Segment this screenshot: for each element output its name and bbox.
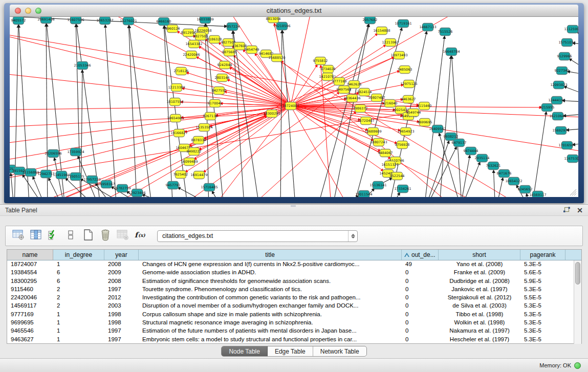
graph-node[interactable]: 7625402 <box>173 171 188 179</box>
graph-node[interactable]: 9242844 <box>217 61 232 69</box>
graph-node[interactable]: 9245652 <box>518 186 533 193</box>
tab-network-table[interactable]: Network Table <box>313 346 366 356</box>
graph-node[interactable]: 9756928 <box>395 141 410 149</box>
cell-in_degree[interactable]: 1 <box>53 260 104 269</box>
graph-node[interactable]: 14569117 <box>529 191 546 198</box>
cell-out_degree[interactable]: 0 <box>402 302 439 310</box>
cell-title[interactable]: Changes of HCN gene expression and I(f) … <box>139 260 402 269</box>
cell-short[interactable]: Wolkin et al. (1998) <box>439 319 520 327</box>
column-header-title[interactable]: title <box>139 250 402 260</box>
graph-node[interactable]: 19654923 <box>397 128 414 136</box>
table-scrollbar[interactable] <box>574 260 581 344</box>
cell-short[interactable]: Tibbo et al. (1998) <box>439 311 520 319</box>
graph-node[interactable]: 16033809 <box>197 17 213 24</box>
graph-node[interactable]: 10654122 <box>505 178 522 185</box>
graph-node[interactable]: 6466160 <box>157 18 171 26</box>
cell-year[interactable]: 2012 <box>104 294 139 302</box>
cell-year[interactable]: 2003 <box>104 302 139 310</box>
column-header-out_degree[interactable]: out_de... <box>402 250 439 260</box>
graph-node[interactable]: 10719161 <box>395 20 411 28</box>
cell-short[interactable]: Jankovic et al. (1997) <box>439 286 520 294</box>
cell-in_degree[interactable]: 6 <box>53 269 104 277</box>
zoom-button[interactable] <box>35 8 41 14</box>
graph-node[interactable]: 15136141 <box>369 182 386 189</box>
graph-node[interactable]: 12444190 <box>548 97 565 104</box>
graph-node[interactable]: 9498222 <box>187 148 202 156</box>
graph-node[interactable]: 9522544 <box>390 172 405 180</box>
close-button[interactable] <box>15 8 21 14</box>
graph-node[interactable]: 15751074 <box>558 39 575 47</box>
cell-title[interactable]: Tourette syndrome. Phenomenology and cla… <box>139 286 402 294</box>
cell-out_degree[interactable]: 0 <box>402 319 439 327</box>
cell-title[interactable]: Genome-wide association studies in ADHD. <box>139 269 402 277</box>
graph-node[interactable]: 8878334 <box>191 137 206 144</box>
citation-edge-black[interactable] <box>388 192 400 197</box>
graph-node[interactable]: 9960124 <box>165 25 180 33</box>
graph-node[interactable]: 12213967 <box>382 39 399 47</box>
cell-short[interactable]: Nakamura et al. (1997) <box>439 327 520 335</box>
cell-title[interactable]: Estimation of significance thresholds fo… <box>139 277 402 286</box>
graph-node[interactable]: 8471676 <box>497 170 512 178</box>
table-row[interactable]: 1456911722003Disruption of a novel membe… <box>7 302 581 310</box>
citation-edge-red[interactable] <box>10 106 291 110</box>
network-canvas[interactable]: 9405572206914061160759610653287152760216… <box>10 17 578 197</box>
citation-edge-black[interactable] <box>105 25 117 197</box>
cell-pagerank[interactable]: 5.3E-5 <box>520 327 565 335</box>
table-scrollbar-thumb[interactable] <box>575 262 580 285</box>
cell-year[interactable]: 1997 <box>104 286 139 294</box>
cell-out_degree[interactable]: 0 <box>402 336 439 344</box>
cell-out_degree[interactable]: 49 <box>402 260 439 269</box>
graph-node[interactable]: 9170041 <box>208 100 223 107</box>
citation-edge-red[interactable] <box>212 106 291 197</box>
cell-name[interactable]: 9463627 <box>7 336 53 344</box>
function-builder-button[interactable]: f(x) <box>133 228 148 244</box>
citation-edge-black[interactable] <box>563 86 578 97</box>
cell-year[interactable]: 1998 <box>104 319 139 327</box>
graph-node[interactable]: 11125996 <box>564 26 578 33</box>
cell-name[interactable]: 9465546 <box>7 327 53 335</box>
cell-year[interactable]: 2008 <box>104 260 139 269</box>
graph-node[interactable]: 6479137 <box>452 139 467 147</box>
citation-edge-red[interactable] <box>291 106 350 197</box>
graph-node[interactable]: 16210643 <box>549 113 566 120</box>
graph-node[interactable]: 9227343 <box>555 67 570 75</box>
column-header-short[interactable]: short <box>439 250 520 260</box>
cell-title[interactable]: Embryonic stem cells: a model to study s… <box>139 336 402 344</box>
delete-table-disabled-button[interactable] <box>115 228 130 244</box>
cell-in_degree[interactable]: 2 <box>53 294 104 302</box>
graph-node[interactable]: 11607596 <box>67 17 84 24</box>
citation-edge-black[interactable] <box>493 170 495 197</box>
table-row[interactable]: 946362711997Embryonic stem cells: a mode… <box>7 336 581 344</box>
graph-node[interactable]: 9129966 <box>557 53 572 60</box>
cell-out_degree[interactable]: 0 <box>402 327 439 335</box>
cell-short[interactable]: Franke et al. (2009) <box>439 269 520 277</box>
citation-edge-black[interactable] <box>233 31 260 197</box>
graph-node[interactable]: 16154808 <box>373 27 390 35</box>
cell-in_degree[interactable]: 2 <box>53 302 104 310</box>
cell-title[interactable]: Structural magnetic resonance image aver… <box>139 319 402 327</box>
table-row[interactable]: 946554611997Estimation of the future num… <box>7 327 581 335</box>
graph-node[interactable]: 8813054 <box>266 17 281 23</box>
cell-in_degree[interactable]: 2 <box>53 286 104 294</box>
table-row[interactable]: 2242004622012Investigating the contribut… <box>7 294 581 302</box>
graph-node[interactable]: 19654985 <box>167 115 184 122</box>
table-row[interactable]: 969969511998Structural magnetic resonanc… <box>7 319 581 327</box>
graph-node[interactable]: 9497568 <box>337 86 352 94</box>
graph-node[interactable]: 8267130 <box>203 113 218 120</box>
graph-node[interactable]: 7857224 <box>225 23 240 31</box>
cell-short[interactable]: Yano et al. (2008) <box>439 260 520 269</box>
cell-year[interactable]: 1997 <box>104 336 139 344</box>
cell-out_degree[interactable]: 0 <box>402 277 439 286</box>
citation-edge-red[interactable] <box>173 92 340 197</box>
graph-node[interactable]: 2718126 <box>174 68 189 75</box>
cell-year[interactable]: 1998 <box>104 311 139 319</box>
citation-edge-black[interactable] <box>206 24 224 197</box>
cell-in_degree[interactable]: 6 <box>53 277 104 286</box>
graph-node[interactable]: 15276021 <box>120 17 137 25</box>
graph-node[interactable]: 2803144 <box>215 74 230 82</box>
citation-edge-red[interactable] <box>10 106 291 145</box>
float-panel-icon[interactable] <box>563 207 571 213</box>
cell-pagerank[interactable]: 5.3E-5 <box>520 311 565 319</box>
table-row[interactable]: 1872400712008Changes of HCN gene express… <box>7 260 581 269</box>
table-row[interactable]: 1938455462009Genome-wide association stu… <box>7 269 581 277</box>
